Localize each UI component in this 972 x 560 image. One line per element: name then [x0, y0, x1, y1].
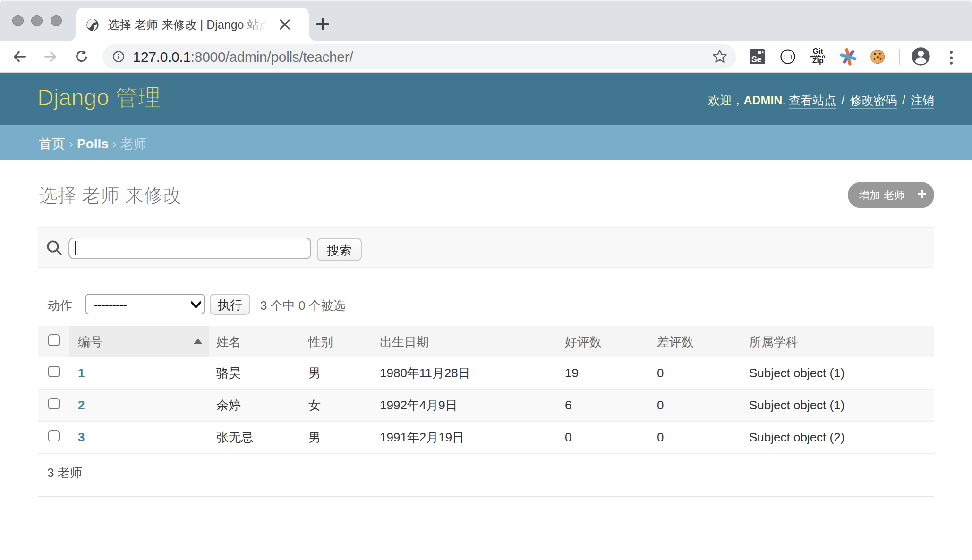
svg-text:{···}: {···} — [784, 54, 793, 59]
